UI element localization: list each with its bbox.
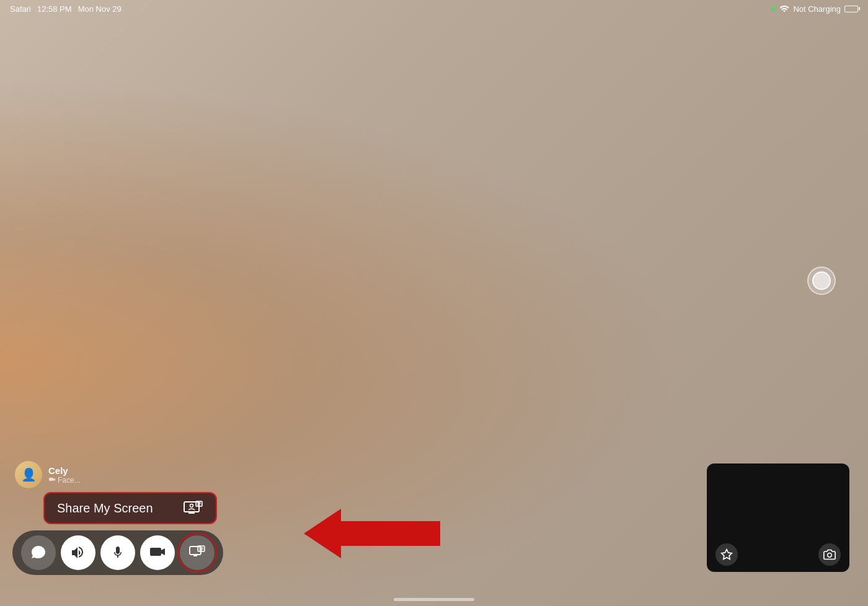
status-app: Safari: [10, 4, 31, 14]
caller-name: Cely: [48, 465, 81, 476]
camera-preview-controls: [707, 543, 849, 566]
camera-preview: [707, 463, 849, 572]
share-screen-button[interactable]: [180, 535, 215, 570]
caller-avatar: 👤: [15, 461, 42, 488]
wifi-icon: [779, 4, 789, 14]
wifi-signal-dot: [771, 7, 776, 11]
svg-point-5: [190, 504, 193, 507]
svg-rect-0: [49, 478, 53, 481]
red-arrow-indicator: [304, 506, 440, 564]
speaker-button[interactable]: [61, 535, 95, 570]
message-button[interactable]: [21, 535, 56, 570]
camera-preview-capture[interactable]: [818, 543, 841, 566]
status-left: Safari 12:58 PM Mon Nov 29: [10, 4, 122, 14]
share-screen-button-wrapper: [180, 535, 215, 570]
share-my-screen-tooltip: Share My Screen: [43, 492, 217, 524]
svg-point-21: [828, 553, 832, 558]
caller-info: 👤 Cely Face...: [12, 461, 223, 488]
battery-icon: [844, 6, 858, 12]
assistive-touch-button[interactable]: [807, 266, 836, 295]
svg-marker-1: [53, 478, 55, 481]
camera-button[interactable]: [140, 535, 175, 570]
status-bar: Safari 12:58 PM Mon Nov 29 Not Charging: [0, 0, 868, 17]
caller-app-label: Face...: [48, 476, 81, 485]
caller-details: Cely Face...: [48, 465, 81, 485]
svg-marker-20: [722, 550, 732, 560]
assistive-touch-inner: [812, 271, 831, 290]
home-indicator[interactable]: [394, 598, 474, 601]
microphone-button[interactable]: [100, 535, 135, 570]
status-time: 12:58 PM: [37, 4, 72, 14]
share-screen-label: Share My Screen: [57, 501, 176, 516]
camera-preview-favorite[interactable]: [715, 543, 738, 566]
battery-status-text: Not Charging: [793, 4, 841, 14]
svg-marker-19: [304, 509, 440, 558]
share-screen-icon: [184, 501, 203, 516]
facetime-bar: 👤 Cely Face... Share My Screen: [12, 461, 223, 575]
status-right: Not Charging: [771, 4, 858, 14]
svg-rect-10: [150, 548, 161, 556]
svg-marker-11: [161, 548, 165, 555]
status-date: Mon Nov 29: [78, 4, 122, 14]
controls-bar: [12, 530, 223, 575]
